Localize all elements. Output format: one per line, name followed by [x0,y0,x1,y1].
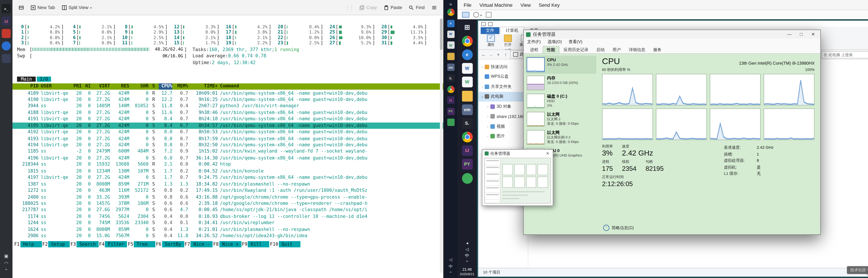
ribbon-tab-0[interactable]: 文件 [481,27,499,34]
perf-item-以太网[interactable]: 以太网以太网实例 0 2发送: 0 接收: 0 Kbps [526,128,596,146]
fkey-f5[interactable]: F5Tree [127,241,155,247]
menu-view[interactable]: View [517,2,535,8]
tm-tab-详细信息[interactable]: 详细信息 [625,47,649,53]
forward-icon[interactable]: → [488,52,494,57]
htop-column-header[interactable]: PIDUSERPRINIVIRTRESSHRSCPU%MEM%TIME+Comm… [12,83,443,89]
find-button[interactable]: Find [406,3,427,12]
process-row[interactable]: 218344ss20015932136885660R2.10.00:00.42h… [12,161,443,168]
process-row[interactable]: 4188libvirt-qe20027.2G424M0S11.60.79h38:… [12,109,443,116]
process-row[interactable]: 2986ss20015.0G7567M0S0.411.834:26.52/hom… [12,233,443,239]
process-row[interactable]: 4191libvirt-qe20027.2G424M0S8.40.78h24:1… [12,116,443,122]
sidebar-item-快速访问[interactable]: ›快速访问 [478,62,528,72]
process-row[interactable]: 4190libvirt-qe20027.2G424M0R12.20.79h16:… [12,96,443,103]
volume-icon-bg[interactable]: ◁ [449,257,452,262]
volume-icon[interactable]: ◁ [465,247,469,252]
wps-doc-icon-bg[interactable]: W [447,31,454,38]
process-row[interactable]: 2480ss20033.2G393M0S0.80.643:16.88/opt/g… [12,194,443,200]
fkey-f7[interactable]: F7Nice - [184,241,213,247]
perf-item-CPU[interactable]: CPU3% 2.42 GHz [526,56,596,74]
up-icon[interactable]: ↑ [503,52,508,57]
explorer-search-input[interactable] [821,51,868,58]
process-row[interactable]: 1815ss2001234M130M107MS1.70.20:04.52/usr… [12,168,443,174]
tm-tab-性能[interactable]: 性能 [542,46,560,53]
process-row[interactable]: 4192libvirt-qe20027.2G424M0S8.00.78h50:5… [12,129,443,135]
ribbon-tab-1[interactable]: 计算机 [500,27,524,34]
column-header-res[interactable]: RES [112,83,129,89]
process-row[interactable]: 1174ss200745656242304S0.40.00:10.93dbus-… [12,213,443,220]
new-tab-button[interactable]: New Tab [28,3,58,12]
menu-send-key[interactable]: Send Key [535,2,564,8]
wps-sheet-icon[interactable]: W [462,77,472,88]
column-header-pid[interactable]: PID [17,83,38,89]
close-button[interactable]: ✕ [808,32,818,37]
file-explorer-icon-bg[interactable] [447,53,454,60]
idea-icon[interactable]: IJ [462,145,472,156]
idea-icon[interactable]: IJ [2,17,11,26]
tm-tab-用户[interactable]: 用户 [609,47,625,53]
network-icon[interactable]: ◠ [4,261,8,266]
fkey-f6[interactable]: F6SortBy [155,241,184,247]
tm-tab-启动[interactable]: 启动 [592,47,609,53]
process-row[interactable]: 4189libvirt-qe20027.2G424M0R12.70.710h09… [12,90,443,96]
process-row[interactable]: 1387ss2008008M859M271MS1.31.318:34.82/us… [12,181,443,187]
customize-toolbar-icon[interactable] [488,22,493,26]
red-app-icon[interactable] [2,29,11,38]
fkey-f3[interactable]: F3Search [70,241,99,247]
perf-item-内存[interactable]: 内存10.1/24.0 GB (42%) [526,74,596,92]
screenshot-icon[interactable]: ▣ [4,254,8,259]
tm-menu-选项(O)[interactable]: 选项(O) [544,39,565,45]
ime-indicator-bg[interactable]: 中 [448,264,453,270]
process-row[interactable]: 1272ss200463M116M52172S0.80.217:49.15/us… [12,187,443,194]
tm-tab-应用历史记录[interactable]: 应用历史记录 [559,47,592,53]
idea-icon-bg[interactable]: IJ [447,96,454,104]
tray-chevron-up-bg[interactable]: ⌃ [449,271,452,276]
fkey-f8[interactable]: F8Nice + [213,241,241,247]
column-header-pri[interactable]: PRI [72,83,82,89]
column-header-virt[interactable]: VIRT [93,83,110,89]
fkey-f1[interactable]: F1Help [13,241,42,247]
sidebar-item-share (192.168[interactable]: ›share (192.168 [478,112,528,121]
process-row[interactable]: 4196libvirt-qe20027.2G424M0S6.00.736:14.… [12,155,443,161]
minimize-button[interactable]: — [784,32,794,37]
ribbon-button-0[interactable]: ✓属性 [484,34,498,48]
tm-menu-查看(V)[interactable]: 查看(V) [565,39,586,45]
file-explorer-icon[interactable] [462,90,472,101]
jetbrains-icon[interactable]: PY [462,159,472,170]
fkey-f9[interactable]: F9Kill [241,241,270,247]
column-header-ni[interactable]: NI [84,83,91,89]
edge-icon-bg[interactable]: e [447,20,454,27]
console-monitor-icon[interactable] [462,12,469,18]
vmware-icon-bg[interactable]: vm [447,63,454,71]
toolbar-handle[interactable]: ⋮⋮ [343,5,355,10]
firefox-icon[interactable] [2,41,11,50]
sidebar-item-3D 对象[interactable]: ›3D 对象 [478,102,528,111]
tm-tab-服务[interactable]: 服务 [649,47,665,53]
fkey-f10[interactable]: F10Quit [270,241,300,247]
wps-doc-icon[interactable]: W [462,63,472,74]
green-app-icon[interactable] [462,173,472,184]
column-header-s[interactable]: S [151,83,157,89]
tray-chevron-icon[interactable]: ⌃ [4,268,8,273]
htop-terminal[interactable]: 0[4.2%]4[2.1%]8[4.5%]12[3.3%]16[4.2%]20[… [12,15,443,278]
fullscreen-icon[interactable] [486,12,492,18]
column-header-shr[interactable]: SHR [132,83,149,89]
fewer-details-button[interactable]: ⌃ 简略信息(D) [603,225,634,231]
process-row[interactable]: 4197libvirt-qe20027.2G424M0S1.70.79:24.7… [12,174,443,181]
wps-sheet-icon-bg[interactable]: W [447,41,454,49]
green-app-icon-bg[interactable] [447,118,454,126]
htop-tab-io[interactable]: I/O [37,77,51,82]
task-manager-titlebar[interactable]: 任务管理器 — □ ✕ [524,30,820,38]
process-row[interactable]: 4195libvirt-qe20027.2G424M0S8.40.78h34:5… [12,122,443,129]
sidebar-item-此电脑[interactable]: ∨此电脑 [478,91,528,102]
chevron-down-icon[interactable]: ▾ [495,52,501,57]
chrome-icon-2[interactable] [462,132,472,142]
terminal-scrollbar[interactable] [440,18,443,273]
tm-tab-进程[interactable]: 进程 [526,47,542,53]
split-view-button[interactable]: Split View ▾ [59,3,95,12]
menu-file[interactable]: File [460,2,475,8]
paste-button[interactable]: Paste [381,3,405,12]
chrome-icon-2-bg[interactable] [447,85,454,93]
s-app-icon[interactable]: S. [462,118,472,129]
process-row[interactable]: 188025ss2001457G378M186MS0.60.62:39.18/o… [12,200,443,206]
back-icon[interactable]: ← [481,52,487,57]
